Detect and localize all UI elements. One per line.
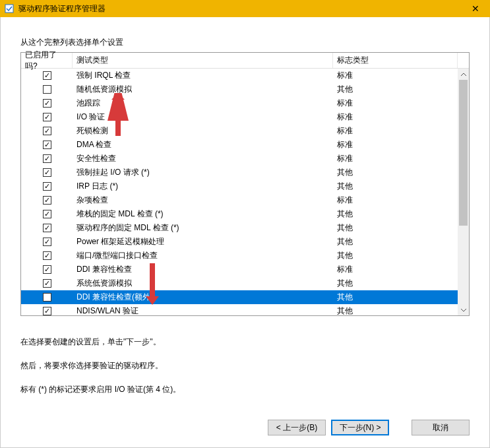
cell-testtype: 池跟踪 <box>73 98 333 109</box>
scroll-down-button[interactable] <box>458 304 469 315</box>
row-checkbox[interactable] <box>43 127 51 135</box>
row-checkbox[interactable] <box>43 265 51 274</box>
column-header-flagtype[interactable]: 标志类型 <box>333 53 458 68</box>
cell-testtype: 杂项检查 <box>73 195 333 206</box>
cell-testtype: DDI 兼容性检查 <box>73 264 333 275</box>
scroll-up-button[interactable] <box>458 69 469 80</box>
cell-flagtype: 标准 <box>333 195 458 206</box>
section-label: 从这个完整列表选择单个设置 <box>20 37 470 48</box>
cell-flagtype: 其他 <box>333 250 458 261</box>
listview-header: 已启用了吗? 测试类型 标志类型 <box>21 53 469 69</box>
column-header-enabled[interactable]: 已启用了吗? <box>21 53 73 68</box>
row-checkbox[interactable] <box>43 224 51 232</box>
row-checkbox[interactable] <box>43 182 51 191</box>
cell-flagtype: 其他 <box>333 222 458 234</box>
row-checkbox[interactable] <box>43 71 51 80</box>
app-icon <box>4 3 15 14</box>
cell-testtype: 强制挂起 I/O 请求 (*) <box>73 167 333 178</box>
cell-flagtype: 其他 <box>333 208 458 220</box>
chevron-down-icon <box>461 308 466 312</box>
row-checkbox[interactable] <box>43 279 51 288</box>
cell-flagtype: 标准 <box>333 98 458 109</box>
cancel-button[interactable]: 取消 <box>412 420 470 435</box>
cell-testtype: 堆栈的固定 MDL 检查 (*) <box>73 208 333 220</box>
table-row[interactable]: 随机低资源模拟其他 <box>21 82 458 96</box>
cell-flagtype: 标准 <box>333 139 458 150</box>
cell-enabled <box>21 210 73 218</box>
row-checkbox[interactable] <box>43 196 51 205</box>
cell-flagtype: 其他 <box>333 278 458 289</box>
cell-testtype: IRP 日志 (*) <box>73 181 333 192</box>
next-button[interactable]: 下一步(N) > <box>331 420 389 435</box>
cell-testtype: 死锁检测 <box>73 125 333 137</box>
table-row[interactable]: 系统低资源模拟其他 <box>21 276 458 290</box>
row-checkbox[interactable] <box>43 113 51 121</box>
info-line-1: 在选择要创建的设置后，单击"下一步"。 <box>20 336 470 348</box>
cell-enabled <box>21 85 73 94</box>
cell-flagtype: 标准 <box>333 112 458 123</box>
row-checkbox[interactable] <box>43 238 51 246</box>
table-row[interactable]: 安全性检查标准 <box>21 152 458 166</box>
cell-enabled <box>21 307 73 315</box>
listview-body: 强制 IRQL 检查标准随机低资源模拟其他池跟踪标准I/O 验证标准死锁检测标准… <box>21 69 469 315</box>
cell-enabled <box>21 99 73 108</box>
row-checkbox[interactable] <box>43 210 51 218</box>
cell-testtype: 安全性检查 <box>73 153 333 164</box>
cell-flagtype: 标准 <box>333 125 458 137</box>
row-checkbox[interactable] <box>43 293 51 302</box>
settings-listview[interactable]: 已启用了吗? 测试类型 标志类型 强制 IRQL 检查标准随机低资源模拟其他池跟… <box>20 52 470 316</box>
table-row[interactable]: 强制 IRQL 检查标准 <box>21 69 458 82</box>
row-checkbox[interactable] <box>43 251 51 260</box>
table-row[interactable]: 池跟踪标准 <box>21 96 458 110</box>
row-checkbox[interactable] <box>43 168 51 177</box>
table-row[interactable]: DDI 兼容性检查标准 <box>21 263 458 276</box>
cell-testtype: Power 框架延迟模糊处理 <box>73 236 333 247</box>
info-line-2: 然后，将要求你选择要验证的驱动程序。 <box>20 360 470 371</box>
column-header-testtype[interactable]: 测试类型 <box>73 53 333 68</box>
close-button[interactable]: ✕ <box>460 0 490 17</box>
vertical-scrollbar[interactable] <box>458 69 469 315</box>
cell-enabled <box>21 265 73 274</box>
cell-enabled <box>21 71 73 80</box>
cell-testtype: 驱动程序的固定 MDL 检查 (*) <box>73 222 333 234</box>
cell-enabled <box>21 279 73 288</box>
cell-flagtype: 其他 <box>333 305 458 315</box>
cell-flagtype: 标准 <box>333 264 458 275</box>
cell-enabled <box>21 196 73 205</box>
table-row[interactable]: Power 框架延迟模糊处理其他 <box>21 235 458 249</box>
row-checkbox[interactable] <box>43 141 51 149</box>
cell-flagtype: 其他 <box>333 236 458 247</box>
cell-enabled <box>21 113 73 121</box>
table-row[interactable]: 强制挂起 I/O 请求 (*)其他 <box>21 166 458 179</box>
table-row[interactable]: 杂项检查标准 <box>21 193 458 207</box>
table-row[interactable]: DMA 检查标准 <box>21 138 458 152</box>
table-row[interactable]: 死锁检测标准 <box>21 124 458 138</box>
cell-testtype: 端口/微型端口接口检查 <box>73 250 333 261</box>
table-row[interactable]: IRP 日志 (*)其他 <box>21 179 458 193</box>
cell-testtype: 系统低资源模拟 <box>73 278 333 289</box>
column-header-scroll-spacer <box>458 53 469 68</box>
back-button[interactable]: < 上一步(B) <box>268 420 326 435</box>
cell-testtype: DMA 检查 <box>73 139 333 150</box>
wizard-buttons: < 上一步(B) 下一步(N) > 取消 <box>268 420 470 435</box>
cell-enabled <box>21 251 73 260</box>
cell-enabled <box>21 238 73 246</box>
row-checkbox[interactable] <box>43 99 51 108</box>
cell-flagtype: 其他 <box>333 292 458 303</box>
table-row[interactable]: I/O 验证标准 <box>21 110 458 124</box>
info-line-3: 标有 (*) 的标记还要求启用 I/O 验证(第 4 位)。 <box>20 383 470 395</box>
row-checkbox[interactable] <box>43 85 51 94</box>
table-row[interactable]: 端口/微型端口接口检查其他 <box>21 249 458 263</box>
scroll-thumb[interactable] <box>459 80 468 226</box>
row-checkbox[interactable] <box>43 154 51 163</box>
cell-flagtype: 其他 <box>333 167 458 178</box>
cell-testtype: 强制 IRQL 检查 <box>73 70 333 81</box>
table-row[interactable]: 堆栈的固定 MDL 检查 (*)其他 <box>21 207 458 221</box>
chevron-up-icon <box>461 73 466 77</box>
table-row[interactable]: 驱动程序的固定 MDL 检查 (*)其他 <box>21 221 458 235</box>
table-row[interactable]: NDIS/WLAN 验证其他 <box>21 304 458 315</box>
table-row[interactable]: DDI 兼容性检查(额外)其他 <box>21 290 458 304</box>
cell-enabled <box>21 168 73 177</box>
scroll-track[interactable] <box>458 80 469 304</box>
row-checkbox[interactable] <box>43 307 51 315</box>
